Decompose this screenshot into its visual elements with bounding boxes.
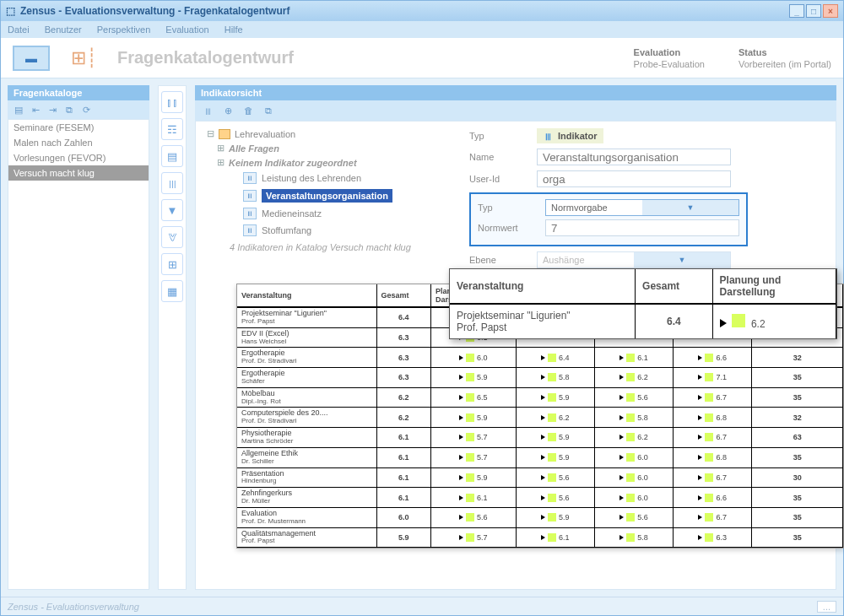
color-square-icon [466,494,474,502]
color-square-icon [548,453,556,462]
menu-datei[interactable]: Datei [8,24,30,35]
highlight-box: Typ Normvorgabe ▼ Normwert [469,192,748,246]
strip-filter-icon[interactable]: ⩔ [161,226,183,248]
color-square-icon [466,354,474,362]
color-square-icon [705,373,713,381]
strip-grid-icon[interactable]: ▦ [161,280,183,302]
ebene-combo[interactable]: Aushänge ▼ [537,251,731,268]
chevron-down-icon[interactable]: ▼ [634,252,730,267]
table-row: PräsentationHindenburg6.15.95.66.06.730 [237,467,843,488]
trend-arrow-icon [698,415,702,420]
maximize-button[interactable]: □ [806,4,821,18]
close-button[interactable]: × [823,4,838,18]
status-text: Zensus - Evaluationsverwaltung [8,602,139,612]
copy-icon[interactable]: ⧉ [63,104,75,116]
expand-icon[interactable]: ⊞ [216,143,225,154]
bigrow-pd: 6.2 [712,304,836,338]
color-square-icon [626,453,635,462]
new-icon[interactable]: ▤ [13,104,24,116]
catalog-item[interactable]: Versuch macht klug [8,165,149,181]
indicator-chart-icon[interactable]: ⫼ [202,105,214,116]
chart-icon: ⫼ [544,131,553,141]
menu-evaluation[interactable]: Evaluation [165,24,208,35]
color-square-icon [548,473,556,482]
trend-arrow-icon [459,455,463,460]
strip-chart-icon[interactable]: ⫼ [161,172,183,194]
form-normwert-label: Normwert [478,223,537,233]
trend-arrow-icon [698,375,702,380]
tree-indicator-item[interactable]: ⫼Veranstaltungsorganisation [203,186,451,205]
trend-arrow-icon [541,535,545,540]
color-square-icon [626,473,635,482]
userid-input[interactable] [537,170,731,187]
trend-arrow-icon [619,415,624,420]
perspective-icon[interactable]: ▬ [13,46,50,71]
trend-arrow-icon [619,435,624,440]
color-square-icon [705,473,713,482]
tree-indicator-item[interactable]: ⫼Leistung des Lehrenden [203,170,451,186]
form-userid-label: User-Id [469,174,528,184]
trend-arrow-icon [459,435,463,440]
export-icon[interactable]: ⇥ [46,104,58,116]
tree-group-all[interactable]: ⊞ Alle Fragen [203,141,451,155]
strip-slider-icon[interactable]: ⫿⫿ [161,91,183,113]
tree-root[interactable]: ⊟ Lehrevaluation [203,127,451,141]
trend-arrow-icon [619,395,624,400]
collapse-icon[interactable]: ⊟ [206,128,214,139]
trend-arrow-icon [698,355,702,360]
trend-arrow-icon [541,475,545,480]
bigrow-hdr-course: Veranstaltung [450,269,636,304]
color-square-icon [466,393,474,402]
strip-form-icon[interactable]: ☶ [161,118,183,140]
tree-indicator-item[interactable]: ⫼Stoffumfang [203,222,451,239]
color-square-icon [548,393,556,402]
color-square-icon [705,354,713,362]
color-square-icon [466,453,474,462]
indicator-icon: ⫼ [243,208,257,219]
trend-arrow-icon [619,375,624,380]
indicator-copy-icon[interactable]: ⧉ [262,105,274,116]
form-typ-label: Typ [469,131,528,141]
color-square-icon [626,433,635,441]
catalog-item[interactable]: Vorlesungen (FEVOR) [8,150,149,165]
color-square-icon [548,413,556,422]
minimize-button[interactable]: _ [789,4,804,18]
chevron-down-icon[interactable]: ▼ [642,200,738,215]
form-typ2-label: Typ [478,203,537,213]
menu-benutzer[interactable]: Benutzer [45,24,82,35]
color-square-icon [626,533,635,542]
meta-evaluation-label: Evaluation [634,47,705,57]
name-input[interactable] [537,149,731,165]
trend-arrow-icon [459,375,463,380]
expand-icon[interactable]: ⊞ [216,157,225,168]
strip-qr-icon[interactable]: ⊞ [161,253,183,275]
import-icon[interactable]: ⇤ [30,104,41,116]
status-menu-button[interactable]: ... [817,601,836,613]
table-row: Computerspiele des 20....Prof. Dr. Strad… [237,408,843,428]
color-square-icon [466,513,474,521]
tree-group-none[interactable]: ⊞ Keinem Indikator zugeordnet [203,155,451,170]
indicator-delete-icon[interactable]: 🗑 [242,105,254,116]
report-highlight-row: Veranstaltung Gesamt Planung und Darstel… [449,268,837,339]
strip-doc-icon[interactable]: ▤ [161,145,183,167]
menu-hilfe[interactable]: Hilfe [225,24,243,35]
typ2-combo[interactable]: Normvorgabe ▼ [545,199,739,216]
strip-funnel-icon[interactable]: ▼ [161,199,183,221]
color-square-icon [626,373,635,381]
trend-arrow-icon [541,355,545,360]
refresh-icon[interactable]: ⟳ [80,104,92,116]
trend-arrow-icon [698,475,702,480]
indicator-add-icon[interactable]: ⊕ [222,105,234,116]
color-square-icon [705,533,713,542]
trend-arrow-icon [619,515,624,520]
color-square-icon [466,473,474,482]
menu-perspektiven[interactable]: Perspektiven [97,24,151,35]
table-row: ZehnfingerkursDr. Müller6.16.15.66.06.63… [237,488,843,508]
normwert-input[interactable] [545,219,739,236]
color-square-icon [548,433,556,441]
table-row: ErgotherapieProf. Dr. Stradivari6.36.06.… [237,348,843,368]
tree-indicator-item[interactable]: ⫼Medieneinsatz [203,205,451,222]
catalog-item[interactable]: Malen nach Zahlen [8,135,149,150]
trend-arrow-icon [541,455,545,460]
catalog-item[interactable]: Seminare (FESEM) [8,120,149,135]
